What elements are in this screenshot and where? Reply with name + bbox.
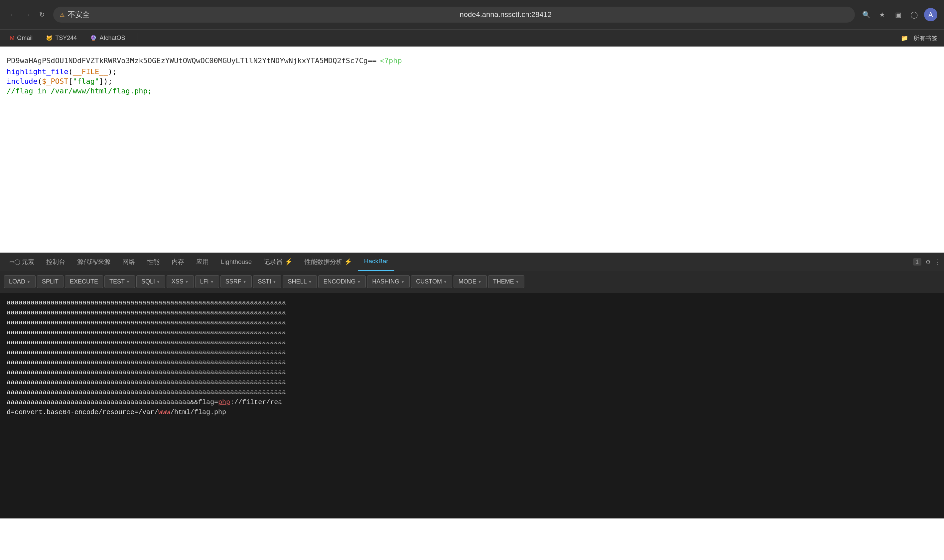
load-arrow: ▼ bbox=[26, 280, 31, 284]
address-text: 不安全 bbox=[68, 10, 457, 20]
xss-label: XSS bbox=[172, 278, 183, 285]
xss-button[interactable]: XSS ▼ bbox=[166, 275, 194, 288]
tab-hackbar[interactable]: HackBar bbox=[358, 252, 394, 271]
browser-actions: 🔍 ★ ▣ ◯ A bbox=[860, 8, 937, 21]
github-icon: 🐱 bbox=[46, 35, 52, 41]
code-line-1: highlight_file(__FILE__); bbox=[7, 68, 937, 76]
lfi-arrow: ▼ bbox=[210, 280, 214, 284]
mode-label: MODE bbox=[459, 278, 476, 285]
execute-label: EXECUTE bbox=[70, 278, 98, 285]
terminal-line: aaaaaaaaaaaaaaaaaaaaaaaaaaaaaaaaaaaaaaaa… bbox=[7, 298, 937, 308]
hackbar-toolbar: LOAD ▼ SPLIT EXECUTE TEST ▼ SQLI ▼ XSS ▼… bbox=[0, 271, 944, 292]
bookmark-tsy244[interactable]: 🐱 TSY244 bbox=[43, 33, 80, 43]
terminal-line: aaaaaaaaaaaaaaaaaaaaaaaaaaaaaaaaaaaaaaaa… bbox=[7, 358, 937, 368]
bookmarks-right: 📁 所有书签 bbox=[901, 34, 937, 42]
hashing-label: HASHING bbox=[372, 278, 399, 285]
settings-icon[interactable]: ⚙ bbox=[926, 258, 931, 266]
test-button[interactable]: TEST ▼ bbox=[105, 275, 135, 288]
profile-button[interactable]: A bbox=[924, 8, 937, 21]
tab-application[interactable]: 应用 bbox=[190, 252, 215, 271]
tab-hackbar-label: HackBar bbox=[364, 258, 388, 265]
terminal-line: aaaaaaaaaaaaaaaaaaaaaaaaaaaaaaaaaaaaaaaa… bbox=[7, 377, 937, 388]
encoding-arrow: ▼ bbox=[357, 280, 361, 284]
shell-arrow: ▼ bbox=[308, 280, 312, 284]
folder-icon: 📁 bbox=[901, 35, 908, 42]
split-button[interactable]: SPLIT bbox=[37, 275, 63, 288]
ssrf-button[interactable]: SSRF ▼ bbox=[220, 275, 252, 288]
execute-button[interactable]: EXECUTE bbox=[65, 275, 103, 288]
bookmark-aichat-label: AIchatOS bbox=[99, 35, 125, 42]
code-line-3: //flag in /var/www/html/flag.php; bbox=[7, 87, 937, 95]
theme-button[interactable]: THEME ▼ bbox=[488, 275, 524, 288]
test-arrow: ▼ bbox=[126, 280, 130, 284]
lfi-label: LFI bbox=[200, 278, 209, 285]
back-button[interactable]: ← bbox=[7, 9, 18, 21]
ssti-label: SSTI bbox=[258, 278, 271, 285]
ssti-button[interactable]: SSTI ▼ bbox=[253, 275, 282, 288]
bookmark-star[interactable]: ★ bbox=[876, 9, 888, 21]
tab-elements[interactable]: ▭◯ 元素 bbox=[3, 252, 40, 271]
load-button[interactable]: LOAD ▼ bbox=[4, 275, 35, 288]
include-func: include bbox=[7, 77, 38, 85]
php-highlight: php bbox=[218, 398, 230, 406]
terminal-line: aaaaaaaaaaaaaaaaaaaaaaaaaaaaaaaaaaaaaaaa… bbox=[7, 308, 937, 318]
main-content: PD9waHAgPSdOU1NDdFVZTkRWRVo3Mzk5OGEzYWUt… bbox=[0, 46, 944, 252]
tab-memory[interactable]: 内存 bbox=[166, 252, 190, 271]
shell-button[interactable]: SHELL ▼ bbox=[283, 275, 317, 288]
more-icon[interactable]: ⋮ bbox=[935, 258, 941, 266]
address-bar[interactable]: ⚠ 不安全 node4.anna.nssctf.cn:28412 bbox=[53, 7, 855, 23]
page-header: PD9waHAgPSdOU1NDdFVZTkRWRVo3Mzk5OGEzYWUt… bbox=[7, 57, 937, 65]
tab-console-label: 控制台 bbox=[46, 258, 65, 266]
hashing-button[interactable]: HASHING ▼ bbox=[367, 275, 410, 288]
sqli-label: SQLI bbox=[141, 278, 155, 285]
include-args: ( bbox=[38, 77, 42, 85]
tab-lighthouse[interactable]: Lighthouse bbox=[215, 252, 258, 271]
ssti-arrow: ▼ bbox=[273, 280, 277, 284]
bookmark-tsy244-label: TSY244 bbox=[55, 35, 77, 42]
mode-button[interactable]: MODE ▼ bbox=[454, 275, 487, 288]
comment-text: //flag in /var/www/html/flag.php; bbox=[7, 87, 152, 95]
www-highlight: www bbox=[158, 408, 170, 416]
reload-button[interactable]: ↻ bbox=[36, 9, 48, 21]
custom-arrow: ▼ bbox=[443, 280, 447, 284]
tab-elements-label: 元素 bbox=[22, 258, 34, 266]
hashing-arrow: ▼ bbox=[401, 280, 405, 284]
tab-elements-icon: ▭◯ bbox=[9, 258, 20, 265]
browser-chrome: ← → ↻ ⚠ 不安全 node4.anna.nssctf.cn:28412 🔍… bbox=[0, 0, 944, 29]
custom-button[interactable]: CUSTOM ▼ bbox=[411, 275, 452, 288]
paren-close: ); bbox=[108, 68, 117, 76]
devtools-tabs: ▭◯ 元素 控制台 源代码/来源 网络 性能 内存 应用 Lighthouse … bbox=[0, 252, 944, 271]
tab-lighthouse-label: Lighthouse bbox=[221, 258, 252, 266]
mode-arrow: ▼ bbox=[478, 280, 482, 284]
tab-console[interactable]: 控制台 bbox=[40, 252, 71, 271]
lfi-button[interactable]: LFI ▼ bbox=[195, 275, 219, 288]
bookmarks-bar: M Gmail 🐱 TSY244 🔮 AIchatOS 📁 所有书签 bbox=[0, 29, 944, 46]
hackbar-content: aaaaaaaaaaaaaaaaaaaaaaaaaaaaaaaaaaaaaaaa… bbox=[0, 292, 944, 518]
highlight-file-func: highlight_file bbox=[7, 68, 68, 76]
tab-recorder[interactable]: 记录器 ⚡ bbox=[258, 252, 298, 271]
forward-button[interactable]: → bbox=[21, 9, 33, 21]
sqli-button[interactable]: SQLI ▼ bbox=[136, 275, 165, 288]
encoding-button[interactable]: ENCODING ▼ bbox=[318, 275, 366, 288]
bookmark-gmail-label: Gmail bbox=[17, 35, 32, 42]
tab-network[interactable]: 网络 bbox=[116, 252, 141, 271]
tab-network-label: 网络 bbox=[122, 258, 135, 266]
tab-sources[interactable]: 源代码/来源 bbox=[71, 252, 116, 271]
bookmark-aichat[interactable]: 🔮 AIchatOS bbox=[87, 33, 128, 43]
zoom-button[interactable]: 🔍 bbox=[860, 9, 872, 21]
sidebar-button[interactable]: ◯ bbox=[908, 9, 920, 21]
ssrf-label: SSRF bbox=[225, 278, 242, 285]
tab-performance[interactable]: 性能 bbox=[141, 252, 166, 271]
theme-arrow: ▼ bbox=[515, 280, 519, 284]
tab-perf-insights[interactable]: 性能数据分析 ⚡ bbox=[299, 252, 358, 271]
tab-application-label: 应用 bbox=[196, 258, 209, 266]
terminal-line: aaaaaaaaaaaaaaaaaaaaaaaaaaaaaaaaaaaaaaaa… bbox=[7, 318, 937, 328]
terminal-line: aaaaaaaaaaaaaaaaaaaaaaaaaaaaaaaaaaaaaaaa… bbox=[7, 328, 937, 338]
sqli-arrow: ▼ bbox=[156, 280, 160, 284]
all-bookmarks-label: 所有书签 bbox=[913, 34, 937, 42]
devtools-tab-actions: 1 ⚙ ⋮ bbox=[913, 258, 941, 266]
bookmark-gmail[interactable]: M Gmail bbox=[7, 33, 36, 43]
encoding-label: ENCODING bbox=[323, 278, 356, 285]
screenshot-button[interactable]: ▣ bbox=[892, 9, 904, 21]
terminal-line-highlight-1: aaaaaaaaaaaaaaaaaaaaaaaaaaaaaaaaaaaaaaaa… bbox=[7, 397, 937, 408]
